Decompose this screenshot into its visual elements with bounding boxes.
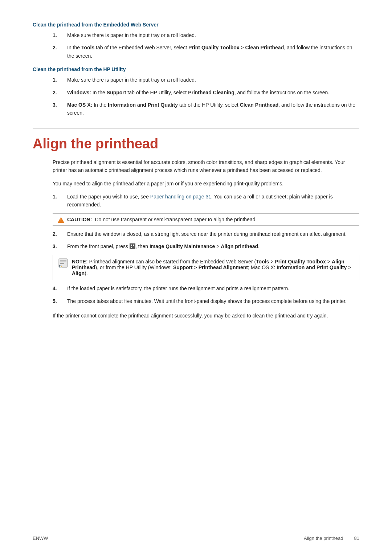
note-box: 📝 NOTE: Printhead alignment can also be … <box>53 255 359 280</box>
align-step1: 1. Load the paper you wish to use, see P… <box>33 193 359 209</box>
caution-triangle-icon <box>58 217 64 223</box>
section2-step2: 2. Windows: In the Support tab of the HP… <box>33 89 359 97</box>
caution-box: CAUTION: Do not use transparent or semi-… <box>53 213 359 226</box>
svg-rect-1 <box>131 245 132 246</box>
footer: ENWW Align the printhead 81 <box>0 535 392 541</box>
main-heading: Align the printhead <box>33 128 359 152</box>
section2-step3: 3. Mac OS X: In the Information and Prin… <box>33 101 359 117</box>
footer-right: Align the printhead 81 <box>304 535 359 541</box>
section1-heading: Clean the printhead from the Embedded We… <box>33 22 359 28</box>
align-step4: 4. If the loaded paper is satisfactory, … <box>33 284 359 292</box>
align-step5: 5. The process takes about five minutes.… <box>33 297 359 305</box>
note-icon: 📝 <box>58 258 68 268</box>
caution-label: CAUTION: <box>67 217 92 222</box>
svg-rect-2 <box>133 245 134 246</box>
align-step3: 3. From the front panel, press , then Im… <box>33 242 359 250</box>
svg-text:📝: 📝 <box>60 265 62 268</box>
closing-para: If the printer cannot complete the print… <box>53 312 359 320</box>
section2-heading: Clean the printhead from the HP Utility <box>33 66 359 72</box>
footer-left: ENWW <box>33 535 48 541</box>
footer-center: Align the printhead <box>304 535 343 541</box>
svg-rect-5 <box>60 260 66 260</box>
section2-step1: 1. Make sure there is paper in the input… <box>33 76 359 84</box>
front-panel-icon <box>130 243 135 249</box>
section1-step2: 2. In the Tools tab of the Embedded Web … <box>33 44 359 60</box>
caution-text: Do not use transparent or semi-transpare… <box>95 217 257 222</box>
svg-rect-7 <box>60 263 64 264</box>
footer-page-number: 81 <box>354 535 359 541</box>
align-step2: 2. Ensure that the window is closed, as … <box>33 230 359 238</box>
svg-rect-6 <box>60 262 66 262</box>
paper-handling-link[interactable]: Paper handling on page 31 <box>150 194 211 200</box>
section1-step1: 1. Make sure there is paper in the input… <box>33 31 359 39</box>
para2: You may need to align the printhead afte… <box>53 180 359 188</box>
para1: Precise printhead alignment is essential… <box>53 158 359 175</box>
note-content: NOTE: Printhead alignment can also be st… <box>72 259 354 276</box>
svg-rect-3 <box>131 247 132 248</box>
